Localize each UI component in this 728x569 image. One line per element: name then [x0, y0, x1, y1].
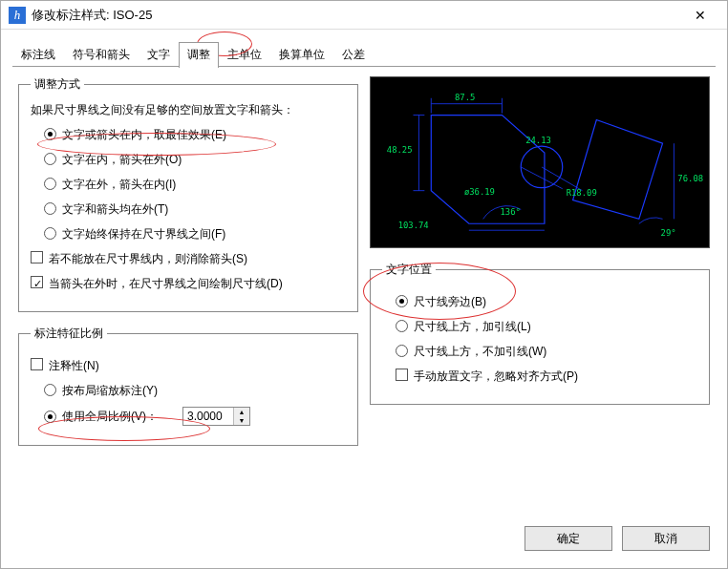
- checkbox-icon: [396, 369, 408, 381]
- radio-icon: [44, 384, 56, 396]
- cb-annotative[interactable]: 注释性(N): [31, 357, 346, 374]
- fit-opt-both-out[interactable]: 文字和箭头均在外(T): [44, 200, 346, 218]
- cb-label: 注释性(N): [49, 357, 99, 374]
- scale-opt-global[interactable]: 使用全局比例(V)： ▲ ▼: [44, 407, 346, 426]
- window-title: 修改标注样式: ISO-25: [32, 7, 681, 24]
- textpos-opt-label: 尺寸线上方，加引线(L): [414, 318, 531, 335]
- cb-force-dimline[interactable]: 当箭头在外时，在尺寸界线之间绘制尺寸线(D): [31, 275, 346, 292]
- svg-text:ø36.19: ø36.19: [464, 187, 495, 197]
- cancel-button[interactable]: 取消: [622, 526, 710, 551]
- textpos-opt-beside[interactable]: 尺寸线旁边(B): [396, 293, 697, 310]
- button-bar: 确定 取消: [525, 526, 710, 551]
- legend-scale: 标注特征比例: [31, 326, 107, 342]
- cb-label: 若不能放在尺寸界线内，则消除箭头(S): [49, 250, 247, 267]
- fit-desc: 如果尺寸界线之间没有足够的空间放置文字和箭头：: [31, 102, 346, 118]
- radio-icon: [44, 153, 56, 165]
- cb-label: 当箭头在外时，在尺寸界线之间绘制尺寸线(D): [49, 275, 283, 292]
- radio-icon: [396, 320, 408, 332]
- cb-manual-place[interactable]: 手动放置文字，忽略对齐方式(P): [396, 368, 697, 385]
- tab-primary[interactable]: 主单位: [219, 42, 270, 68]
- fit-opt-label: 文字在外，箭头在内(I): [62, 176, 176, 193]
- radio-icon: [44, 202, 56, 215]
- group-scale: 标注特征比例 注释性(N) 按布局缩放标注(Y) 使用全局比例(V)： ▲: [18, 326, 358, 446]
- fit-opt-text-out[interactable]: 文字在外，箭头在内(I): [44, 176, 346, 193]
- textpos-opt-over-noleader[interactable]: 尺寸线上方，不加引线(W): [396, 343, 697, 360]
- svg-text:136°: 136°: [500, 207, 520, 217]
- radio-icon: [44, 128, 56, 140]
- svg-text:76.08: 76.08: [677, 174, 703, 183]
- fit-opt-best[interactable]: 文字或箭头在内，取最佳效果(E): [44, 126, 346, 143]
- preview-svg: 87.5 48.25 76.08 24.13 ø36.19 R18.09 103…: [371, 77, 709, 247]
- textpos-opt-over-leader[interactable]: 尺寸线上方，加引线(L): [396, 318, 697, 335]
- radio-icon: [396, 295, 408, 307]
- spin-down-icon[interactable]: ▼: [234, 416, 249, 425]
- group-fit-method: 调整方式 如果尺寸界线之间没有足够的空间放置文字和箭头： 文字或箭头在内，取最佳…: [18, 76, 358, 312]
- svg-text:29°: 29°: [661, 228, 676, 238]
- fit-opt-always[interactable]: 文字始终保持在尺寸界线之间(F): [44, 225, 346, 242]
- fit-opt-label: 文字始终保持在尺寸界线之间(F): [62, 225, 225, 242]
- svg-line-7: [521, 167, 563, 189]
- content: 调整方式 如果尺寸界线之间没有足够的空间放置文字和箭头： 文字或箭头在内，取最佳…: [1, 67, 727, 469]
- tab-tol[interactable]: 公差: [333, 42, 374, 68]
- dialog-window: h 修改标注样式: ISO-25 ✕ 标注线 符号和箭头 文字 调整 主单位 换…: [0, 0, 728, 569]
- titlebar: h 修改标注样式: ISO-25 ✕: [1, 1, 727, 30]
- tab-arrows[interactable]: 符号和箭头: [64, 42, 139, 68]
- checkbox-icon: [31, 358, 43, 370]
- tab-lines[interactable]: 标注线: [12, 42, 64, 68]
- svg-text:24.13: 24.13: [525, 136, 551, 145]
- fit-opt-label: 文字或箭头在内，取最佳效果(E): [62, 126, 226, 143]
- scale-spinner[interactable]: ▲ ▼: [182, 407, 250, 426]
- legend-text-pos: 文字位置: [382, 262, 436, 278]
- checkbox-icon: [31, 276, 43, 288]
- tab-fit[interactable]: 调整: [179, 42, 219, 68]
- radio-icon: [44, 178, 56, 190]
- group-text-pos: 文字位置 尺寸线旁边(B) 尺寸线上方，加引线(L) 尺寸线上方，不加引线(W)…: [370, 262, 710, 405]
- textpos-opt-label: 尺寸线旁边(B): [414, 293, 486, 310]
- tab-strip: 标注线 符号和箭头 文字 调整 主单位 换算单位 公差: [1, 30, 727, 67]
- ok-button[interactable]: 确定: [525, 526, 612, 551]
- scale-opt-label: 按布局缩放标注(Y): [62, 382, 158, 399]
- scale-opt-layout[interactable]: 按布局缩放标注(Y): [44, 382, 346, 399]
- textpos-opt-label: 尺寸线上方，不加引线(W): [414, 343, 546, 360]
- tab-text[interactable]: 文字: [139, 42, 179, 68]
- preview-panel: 87.5 48.25 76.08 24.13 ø36.19 R18.09 103…: [370, 76, 710, 248]
- radio-icon: [396, 345, 408, 357]
- spin-up-icon[interactable]: ▲: [234, 408, 249, 416]
- fit-opt-label: 文字在内，箭头在外(O): [62, 151, 182, 168]
- scale-opt-label: 使用全局比例(V)：: [62, 409, 158, 425]
- cb-label: 手动放置文字，忽略对齐方式(P): [414, 368, 578, 385]
- svg-text:103.74: 103.74: [398, 221, 429, 230]
- scale-input[interactable]: [183, 408, 233, 425]
- svg-text:87.5: 87.5: [455, 93, 475, 102]
- tab-alt[interactable]: 换算单位: [270, 42, 333, 68]
- fit-opt-label: 文字和箭头均在外(T): [62, 200, 168, 218]
- svg-text:R18.09: R18.09: [567, 188, 597, 198]
- cb-suppress-arrows[interactable]: 若不能放在尺寸界线内，则消除箭头(S): [31, 250, 346, 267]
- legend-fit-method: 调整方式: [31, 76, 84, 93]
- radio-icon: [44, 227, 56, 240]
- svg-text:48.25: 48.25: [387, 145, 413, 155]
- fit-opt-text-in[interactable]: 文字在内，箭头在外(O): [44, 151, 346, 168]
- app-icon: h: [9, 7, 26, 24]
- radio-icon: [44, 411, 56, 423]
- close-icon[interactable]: ✕: [681, 8, 719, 23]
- checkbox-icon: [31, 251, 43, 263]
